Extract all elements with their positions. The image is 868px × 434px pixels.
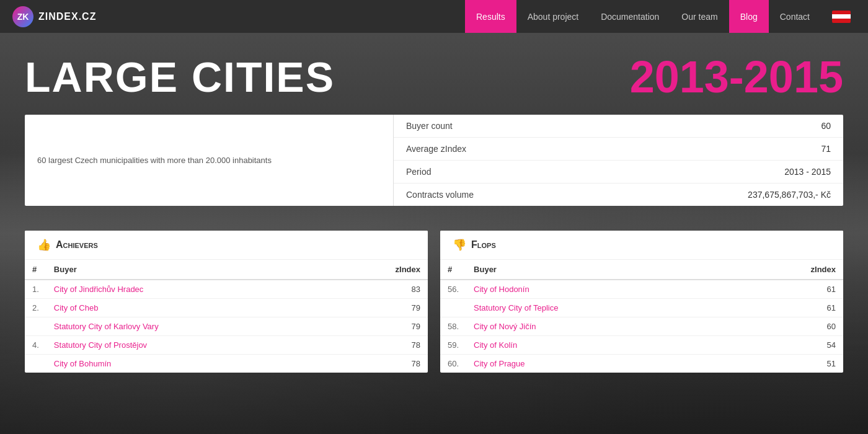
stats-label-avg-zindex: Average zIndex — [406, 144, 466, 154]
zindex-2: 79 — [332, 299, 428, 317]
table-row: 56. City of Hodonín 61 — [440, 280, 843, 299]
rank-2: 2. — [25, 299, 46, 317]
col-zindex-flops: zIndex — [735, 260, 843, 280]
col-buyer-flops: Buyer — [466, 260, 735, 280]
col-rank-achievers: # — [25, 260, 46, 280]
table-row: 4. Statutory City of Prostějov 78 — [25, 336, 428, 355]
achievers-panel: 👍 Achievers # Buyer zIndex 1. City of Ji… — [25, 231, 428, 373]
flop-zindex-2: 61 — [735, 299, 843, 317]
flop-zindex-3: 60 — [735, 317, 843, 336]
nav-results[interactable]: Results — [465, 0, 516, 33]
flop-rank-5: 60. — [440, 355, 466, 373]
col-buyer-achievers: Buyer — [46, 260, 332, 280]
info-box: 60 largest Czech municipalities with mor… — [25, 115, 843, 206]
flop-buyer-3: City of Nový Jičín — [466, 317, 735, 336]
flops-header-row: # Buyer zIndex — [440, 260, 843, 280]
hero-title-row: Large cities 2013-2015 — [25, 51, 843, 102]
nav-documentation[interactable]: Documentation — [590, 0, 670, 33]
col-zindex-achievers: zIndex — [332, 260, 428, 280]
achievers-title: 👍 Achievers — [25, 231, 428, 260]
buyer-5: City of Bohumín — [46, 355, 332, 373]
flop-buyer-2: Statutory City of Teplice — [466, 299, 735, 317]
flop-buyer-5: City of Prague — [466, 355, 735, 373]
flop-rank-2 — [440, 299, 466, 317]
language-flag[interactable] — [821, 11, 856, 23]
table-row: Statutory City of Teplice 61 — [440, 299, 843, 317]
flop-rank-3: 58. — [440, 317, 466, 336]
city-link-3[interactable]: Statutory City of Karlovy Vary — [54, 322, 159, 331]
info-description: 60 largest Czech municipalities with mor… — [37, 156, 272, 165]
hero-section: Large cities 2013-2015 60 largest Czech … — [0, 33, 868, 434]
nav-about[interactable]: About project — [516, 0, 590, 33]
nav-contact[interactable]: Contact — [769, 0, 821, 33]
stats-row-avg-zindex: Average zIndex 71 — [394, 138, 843, 161]
logo[interactable]: ZK ZINDEX.CZ — [12, 6, 96, 27]
flop-rank-1: 56. — [440, 280, 466, 299]
flop-buyer-4: City of Kolín — [466, 336, 735, 355]
stats-row-volume: Contracts volume 237,675,867,703,- Kč — [394, 184, 843, 206]
city-link-1[interactable]: City of Jindřichův Hradec — [54, 285, 144, 294]
flops-table: # Buyer zIndex 56. City of Hodonín 61 St… — [440, 260, 843, 373]
flops-panel: 👎 Flops # Buyer zIndex 56. City of Hodon… — [440, 231, 843, 373]
table-row: 58. City of Nový Jičín 60 — [440, 317, 843, 336]
czech-flag — [832, 11, 851, 23]
flop-city-link-5[interactable]: City of Prague — [474, 359, 525, 368]
stats-label-buyer-count: Buyer count — [406, 121, 453, 131]
logo-icon: ZK — [12, 6, 33, 27]
page-title: Large cities — [25, 53, 335, 101]
nav-links: Results About project Documentation Our … — [465, 0, 856, 33]
table-row: 60. City of Prague 51 — [440, 355, 843, 373]
city-link-4[interactable]: Statutory City of Prostějov — [54, 340, 147, 350]
stats-value-avg-zindex: 71 — [821, 144, 831, 154]
achievers-table: # Buyer zIndex 1. City of Jindřichův Hra… — [25, 260, 428, 373]
year-range: 2013-2015 — [630, 51, 843, 102]
achievers-label: Achievers — [56, 239, 98, 250]
table-row: 59. City of Kolín 54 — [440, 336, 843, 355]
flop-city-link-3[interactable]: City of Nový Jičín — [474, 322, 536, 331]
info-right: Buyer count 60 Average zIndex 71 Period … — [393, 115, 843, 206]
thumbs-down-icon: 👎 — [453, 238, 466, 252]
zindex-1: 83 — [332, 280, 428, 299]
buyer-1: City of Jindřichův Hradec — [46, 280, 332, 299]
logo-text: ZINDEX.CZ — [38, 11, 96, 22]
hero-title-section: Large cities 2013-2015 60 largest Czech … — [0, 33, 868, 218]
zindex-4: 78 — [332, 336, 428, 355]
nav-team[interactable]: Our team — [670, 0, 728, 33]
tables-section: 👍 Achievers # Buyer zIndex 1. City of Ji… — [0, 218, 868, 385]
stats-label-period: Period — [406, 167, 431, 177]
achievers-header-row: # Buyer zIndex — [25, 260, 428, 280]
rank-5 — [25, 355, 46, 373]
flop-zindex-4: 54 — [735, 336, 843, 355]
info-left: 60 largest Czech municipalities with mor… — [25, 115, 393, 206]
city-link-5[interactable]: City of Bohumín — [54, 359, 112, 368]
buyer-2: City of Cheb — [46, 299, 332, 317]
stats-value-buyer-count: 60 — [821, 121, 831, 131]
buyer-3: Statutory City of Karlovy Vary — [46, 317, 332, 336]
buyer-4: Statutory City of Prostějov — [46, 336, 332, 355]
rank-1: 1. — [25, 280, 46, 299]
flop-zindex-5: 51 — [735, 355, 843, 373]
table-row: 2. City of Cheb 79 — [25, 299, 428, 317]
navbar: ZK ZINDEX.CZ Results About project Docum… — [0, 0, 868, 33]
rank-4: 4. — [25, 336, 46, 355]
flop-city-link-4[interactable]: City of Kolín — [474, 340, 517, 350]
nav-blog[interactable]: Blog — [729, 0, 769, 33]
stats-row-buyer-count: Buyer count 60 — [394, 115, 843, 138]
city-link-2[interactable]: City of Cheb — [54, 303, 99, 312]
stats-value-period: 2013 - 2015 — [784, 167, 831, 177]
zindex-5: 78 — [332, 355, 428, 373]
zindex-3: 79 — [332, 317, 428, 336]
flop-rank-4: 59. — [440, 336, 466, 355]
flops-label: Flops — [471, 239, 496, 250]
thumbs-up-icon: 👍 — [37, 238, 51, 252]
table-row: Statutory City of Karlovy Vary 79 — [25, 317, 428, 336]
flop-city-link-2[interactable]: Statutory City of Teplice — [474, 303, 558, 312]
flops-title: 👎 Flops — [440, 231, 843, 260]
stats-value-volume: 237,675,867,703,- Kč — [748, 190, 831, 200]
flop-city-link-1[interactable]: City of Hodonín — [474, 285, 529, 294]
stats-label-volume: Contracts volume — [406, 190, 474, 200]
rank-3 — [25, 317, 46, 336]
flop-zindex-1: 61 — [735, 280, 843, 299]
col-rank-flops: # — [440, 260, 466, 280]
stats-row-period: Period 2013 - 2015 — [394, 161, 843, 184]
